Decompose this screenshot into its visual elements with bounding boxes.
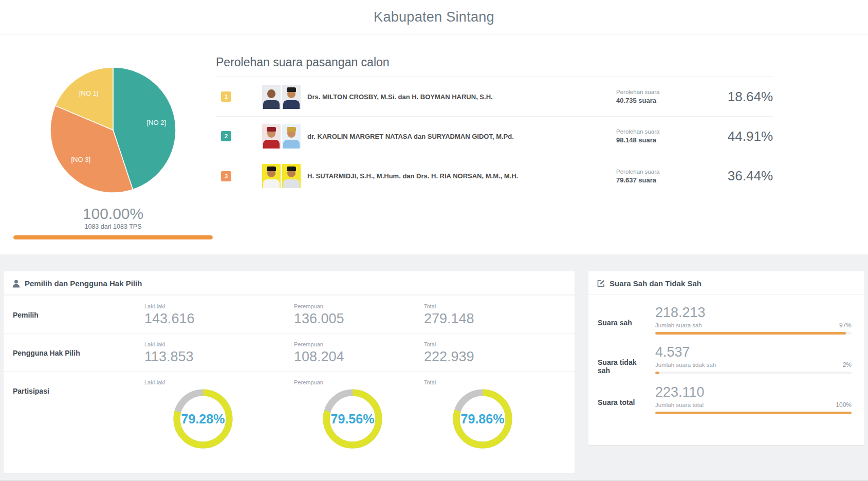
participation-percent: 79.56%: [323, 389, 382, 449]
candidate-number-badge: 3: [221, 171, 231, 181]
votes-progress-fill: [655, 412, 852, 414]
votes-row-body: 218.213 Jumlah suara sah 97%: [650, 305, 852, 335]
candidate-percent: 36.44%: [714, 168, 773, 184]
voters-row-partisipasi: Partisipasi Laki-laki 79.28% Perempuan 7…: [4, 371, 575, 472]
votes-percent: 2%: [843, 361, 852, 368]
stat-cell-label: Perempuan: [294, 341, 424, 347]
candidate-vote-block: Perolehan suara 79.637 suara: [616, 169, 714, 184]
votes-row-body: 4.537 Jumlah suara tidak sah 2%: [650, 344, 852, 375]
candidate-photo: [282, 164, 301, 188]
page-header: Kabupaten Sintang: [0, 0, 868, 34]
candidates-panel: Perolehan suara pasangan calon 1 Drs. MI…: [216, 34, 773, 196]
candidate-photos: [262, 164, 301, 188]
votes-percent: 100%: [836, 401, 852, 409]
stat-cell-label: Laki-laki: [144, 303, 294, 309]
candidate-photo: [262, 124, 281, 149]
stat-cell: Total 279.148: [424, 295, 575, 333]
row-label: Suara tidak sah: [598, 344, 650, 375]
candidate-name: dr. KAROLIN MARGRET NATASA dan SURYADMAN…: [307, 133, 514, 140]
candidate-photos: [262, 85, 301, 109]
tps-counted-percent: 100.00%: [0, 205, 226, 223]
stat-cell-value: 279.148: [424, 311, 575, 327]
candidate-row: 1 Drs. MILTON CROSBY, M.Si. dan H. BOYMA…: [216, 77, 773, 117]
votes-progress-track: [655, 332, 852, 335]
row-label: Suara total: [598, 384, 650, 414]
tps-progress-track: [13, 235, 213, 239]
voters-row-pemilih: Pemilih Laki-laki 143.616 Perempuan 136.…: [4, 295, 575, 333]
participation-donut-chart: 79.28%: [173, 389, 233, 449]
dashboard-page: Kabupaten Sintang [NO 2][NO 3][NO 1] 100…: [0, 0, 868, 481]
votes-progress-fill: [655, 372, 659, 374]
votes-value: 223.110: [655, 384, 852, 400]
stat-cell: Perempuan 108.204: [294, 334, 424, 371]
candidate-name: Drs. MILTON CROSBY, M.Si. dan H. BOYMAN …: [307, 93, 493, 101]
row-label: Pemilih: [4, 295, 144, 333]
stat-cell-value: 108.204: [294, 349, 424, 365]
votes-sublabel: Jumlah suara sah: [655, 322, 702, 328]
candidate-percent: 18.64%: [714, 89, 773, 105]
vote-count-label: Perolehan suara: [616, 169, 714, 175]
candidate-row: 3 H. SUTARMIDJI, S.H., M.Hum. dan Drs. H…: [216, 156, 773, 196]
voters-card-header: Pemilih dan Pengguna Hak Pilih: [4, 271, 575, 295]
votes-progress-track: [655, 412, 852, 414]
votes-row-tidak-sah: Suara tidak sah 4.537 Jumlah suara tidak…: [588, 335, 864, 375]
vote-count-label: Perolehan suara: [616, 128, 714, 135]
candidate-vote-block: Perolehan suara 40.735 suara: [616, 89, 714, 104]
votes-value: 218.213: [655, 305, 852, 321]
votes-card-title: Suara Sah dan Tidak Sah: [610, 279, 701, 288]
candidate-photo: [262, 164, 281, 188]
stat-cell: Laki-laki 113.853: [144, 334, 294, 371]
voters-row-pengguna: Pengguna Hak Pilih Laki-laki 113.853 Per…: [4, 333, 575, 371]
participation-donut-chart: 79.86%: [453, 389, 512, 449]
candidate-number-badge: 1: [221, 91, 231, 102]
stat-cell-label: Laki-laki: [144, 341, 294, 347]
votes-sublabel: Jumlah suara total: [655, 402, 704, 408]
stat-cell-label: Total: [424, 379, 575, 385]
votes-card-header: Suara Sah dan Tidak Sah: [588, 271, 864, 295]
vote-count-value: 79.637 suara: [616, 176, 714, 184]
voters-card: Pemilih dan Pengguna Hak Pilih Pemilih L…: [4, 271, 575, 473]
stat-cell-value: 143.616: [144, 311, 294, 327]
votes-row-total: Suara total 223.110 Jumlah suara total 1…: [588, 375, 864, 414]
participation-percent: 79.86%: [453, 389, 512, 449]
stat-cell-label: Total: [424, 303, 575, 309]
candidate-percent: 44.91%: [714, 128, 773, 144]
tps-progress-fill: [13, 235, 213, 239]
candidate-vote-block: Perolehan suara 98.148 suara: [616, 128, 714, 144]
stat-cell-label: Perempuan: [294, 303, 424, 309]
stat-cell-value: 136.005: [294, 311, 424, 327]
user-icon: [12, 280, 20, 288]
page-title: Kabupaten Sintang: [374, 9, 494, 25]
stat-cell: Laki-laki 143.616: [144, 295, 294, 333]
svg-text:[NO 3]: [NO 3]: [71, 156, 91, 163]
candidate-row: 2 dr. KAROLIN MARGRET NATASA dan SURYADM…: [216, 117, 773, 156]
edit-square-icon: [597, 280, 605, 287]
candidate-photo: [282, 124, 301, 149]
votes-progress-track: [655, 372, 852, 374]
votes-percent: 97%: [839, 322, 852, 329]
candidate-photo: [262, 85, 281, 109]
vote-count-value: 98.148 suara: [616, 136, 714, 144]
votes-value: 4.537: [655, 344, 852, 360]
votes-sublabel: Jumlah suara tidak sah: [655, 362, 716, 368]
stat-cell-label: Total: [424, 341, 575, 347]
vote-share-pie-block: [NO 2][NO 3][NO 1] 100.00% 1083 dari 108…: [0, 34, 226, 239]
votes-row-body: 223.110 Jumlah suara total 100%: [650, 384, 852, 414]
statistics-section: Pemilih dan Pengguna Hak Pilih Pemilih L…: [0, 254, 868, 481]
candidate-photo: [282, 85, 301, 109]
vote-count-label: Perolehan suara: [616, 89, 714, 95]
row-label: Pengguna Hak Pilih: [4, 334, 144, 371]
participation-cell: Total 79.86%: [424, 372, 575, 472]
stat-cell-value: 113.853: [144, 349, 294, 365]
voters-card-title: Pemilih dan Pengguna Hak Pilih: [25, 279, 142, 288]
candidate-number-badge: 2: [221, 131, 231, 141]
row-label: Partisipasi: [4, 372, 144, 472]
row-label: Suara sah: [598, 305, 650, 335]
stat-cell: Perempuan 136.005: [294, 295, 424, 333]
participation-donut-chart: 79.56%: [323, 389, 382, 449]
tps-counted-caption: 1083 dari 1083 TPS: [0, 223, 226, 230]
participation-cell: Perempuan 79.56%: [294, 372, 424, 472]
svg-text:[NO 2]: [NO 2]: [147, 119, 167, 126]
candidates-panel-title: Perolehan suara pasangan calon: [216, 34, 773, 77]
participation-percent: 79.28%: [173, 389, 233, 449]
